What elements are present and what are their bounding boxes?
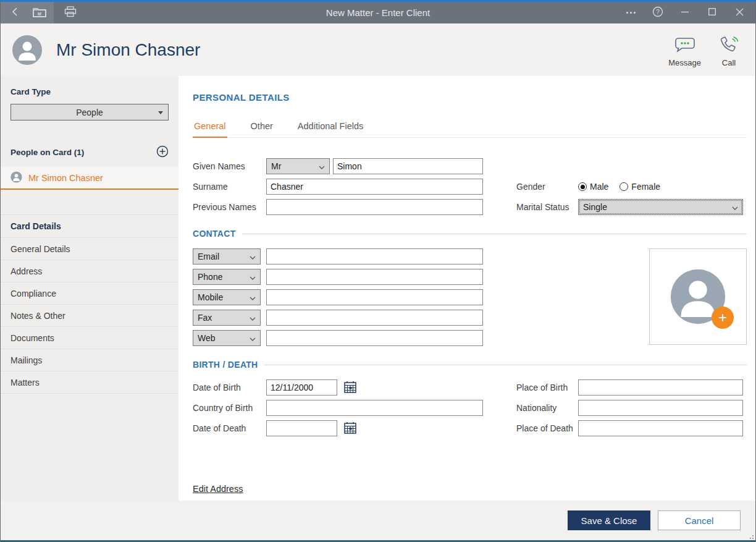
contact-type-value: Web [198,333,216,343]
place-of-death-input[interactable] [578,420,743,436]
nationality-label: Nationality [516,403,578,413]
maximize-button[interactable] [700,2,724,23]
gender-radio-group: Male Female [578,182,743,192]
dob-calendar-button[interactable] [340,381,356,395]
client-name-title: Mr Simon Chasner [56,40,668,60]
contact-type-dropdown-fax[interactable]: Fax [193,310,261,326]
cancel-button[interactable]: Cancel [658,510,741,530]
contact-type-dropdown-email[interactable]: Email [193,248,261,265]
radio-icon [578,182,587,191]
previous-names-input[interactable] [266,199,483,215]
date-of-death-label: Date of Death [193,423,266,433]
card-type-value: People [76,108,103,117]
tab-additional-fields[interactable]: Additional Fields [296,121,364,137]
contact-section-header: CONTACT [193,229,747,239]
birth-death-section-header: BIRTH / DEATH [193,360,747,370]
sidebar-item-mailings[interactable]: Mailings [1,349,178,371]
app-window: M New Matter - Enter Client [0,0,756,542]
card-type-dropdown[interactable]: People [10,104,169,121]
add-photo-button[interactable]: + [712,307,734,329]
chevron-down-icon [250,252,256,261]
matter-folder-button[interactable]: M [29,2,50,23]
add-person-button[interactable] [156,145,169,159]
dod-calendar-button[interactable] [340,421,356,436]
marital-status-dropdown[interactable]: Single [578,199,743,215]
chevron-down-icon [732,202,738,212]
person-avatar-icon [10,171,22,185]
surname-input[interactable] [266,179,483,195]
chevron-down-icon [250,272,256,282]
contact-type-dropdown-phone[interactable]: Phone [193,269,261,285]
minimize-button[interactable] [673,2,697,23]
person-list-item-selected[interactable]: Mr Simon Chasner [1,167,178,190]
plus-icon: + [718,307,727,328]
message-label: Message [668,58,701,67]
resize-grip[interactable] [747,533,754,539]
gender-male-radio[interactable]: Male [578,182,608,192]
tab-bar: General Other Additional Fields [193,121,747,138]
edit-address-link[interactable]: Edit Address [193,484,243,494]
help-button[interactable]: ? [645,2,670,23]
print-button[interactable] [60,2,81,23]
chevron-down-icon [319,161,325,171]
date-of-birth-input[interactable] [266,379,337,396]
card-details-label: Card Details [1,215,178,238]
marital-status-label: Marital Status [516,202,578,212]
tab-other[interactable]: Other [250,121,274,137]
radio-icon [620,182,628,191]
titlebar-controls: ? [618,2,752,23]
title-dropdown[interactable]: Mr [266,158,330,174]
country-of-birth-label: Country of Birth [193,403,266,413]
birth-death-section-title: BIRTH / DEATH [193,360,258,370]
sidebar-item-address[interactable]: Address [1,260,178,282]
nationality-input[interactable] [578,400,743,416]
contact-phone-input[interactable] [266,269,483,285]
message-button[interactable]: Message [668,36,701,67]
gender-female-radio[interactable]: Female [620,182,660,192]
client-header: Mr Simon Chasner Message [1,23,755,76]
ellipsis-icon [626,12,636,14]
sidebar-item-general-details[interactable]: General Details [1,238,178,260]
sidebar-item-notes-other[interactable]: Notes & Other [1,305,178,327]
minimize-icon [681,8,689,17]
tab-general[interactable]: General [193,121,227,138]
calendar-icon [344,381,356,395]
gender-label: Gender [516,182,578,192]
back-button[interactable] [4,2,25,23]
place-of-death-label: Place of Death [516,423,578,433]
country-of-birth-input[interactable] [266,400,483,416]
call-label: Call [722,58,736,67]
contact-section: Email Phone Mobile Fax Web [193,248,747,346]
save-close-button[interactable]: Save & Close [568,510,650,530]
chevron-down-icon [250,333,256,343]
sidebar-item-documents[interactable]: Documents [1,327,178,349]
svg-text:?: ? [656,9,660,15]
given-names-input[interactable] [333,158,483,174]
contact-mobile-input[interactable] [266,289,483,305]
marital-status-value: Single [583,202,607,212]
more-options-button[interactable] [618,2,643,23]
close-button[interactable] [727,2,752,23]
titlebar-left-group: M [1,2,54,23]
dropdown-caret-icon [158,111,163,114]
sidebar-item-compliance[interactable]: Compliance [1,282,178,305]
chevron-down-icon [250,292,256,302]
sidebar-item-matters[interactable]: Matters [1,371,178,394]
calendar-icon [344,421,356,436]
people-on-card-label: People on Card (1) [10,148,84,157]
header-actions: Message Call [668,36,738,67]
contact-type-value: Email [198,252,219,261]
contact-web-input[interactable] [266,330,483,346]
place-of-birth-input[interactable] [578,379,743,396]
surname-label: Surname [193,182,266,192]
contact-type-dropdown-web[interactable]: Web [193,330,261,346]
call-button[interactable]: Call [720,36,738,67]
date-of-death-input[interactable] [266,420,337,436]
title-value: Mr [271,161,281,171]
photo-placeholder: + [649,248,747,345]
contact-fax-input[interactable] [266,310,483,326]
plus-circle-icon [156,145,169,159]
contact-type-value: Phone [198,272,222,282]
contact-email-input[interactable] [266,248,483,265]
contact-type-dropdown-mobile[interactable]: Mobile [193,289,261,305]
